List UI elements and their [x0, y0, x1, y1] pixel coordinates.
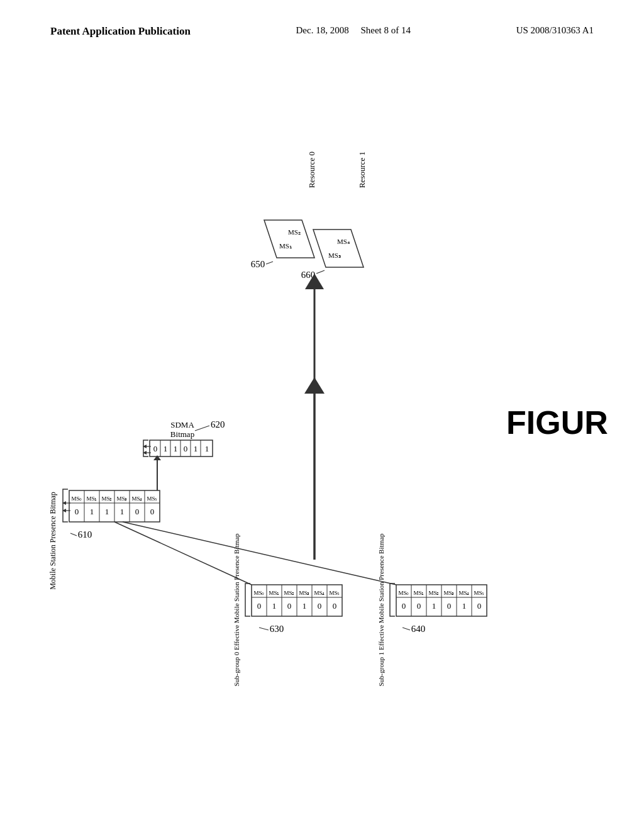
svg-text:0: 0 — [150, 507, 155, 516]
svg-line-84 — [402, 628, 410, 630]
svg-text:1: 1 — [194, 444, 198, 453]
svg-text:MS₄: MS₄ — [458, 590, 469, 596]
bitmap-620-table: 0 1 1 0 1 1 — [150, 440, 213, 456]
svg-text:1: 1 — [462, 601, 467, 611]
svg-text:MS₃: MS₃ — [443, 590, 454, 596]
arrow-610-to-630 — [114, 522, 252, 585]
sdma-bitmap-label2: Bitmap — [170, 429, 194, 439]
figure-label: FIGURE 6 — [506, 404, 610, 441]
svg-text:MS₁: MS₁ — [269, 590, 279, 596]
svg-text:MS₅: MS₅ — [474, 590, 484, 596]
ref-640: 640 — [411, 624, 426, 634]
svg-text:MS₀: MS₀ — [398, 590, 409, 596]
resource-ms3-label: MS₃ — [328, 252, 341, 259]
header-date: Dec. 18, 2008 — [296, 25, 349, 35]
svg-text:1: 1 — [105, 507, 109, 516]
bracket-610 — [63, 489, 68, 522]
resource-0-label: Resource 0 — [307, 152, 316, 188]
resource-box-650 — [264, 220, 314, 258]
bitmap-640-label: Sub-group 1 Effective Mobile Station Pre… — [377, 533, 385, 686]
patent-number: US 2008/310363 A1 — [516, 25, 594, 36]
bracket-640 — [390, 584, 395, 616]
page-header: Patent Application Publication Dec. 18, … — [0, 25, 644, 38]
svg-text:1: 1 — [120, 507, 125, 516]
header-date-sheet: Dec. 18, 2008 Sheet 8 of 14 — [296, 25, 411, 36]
resource-1-label: Resource 1 — [357, 152, 367, 188]
header-sheet: Sheet 8 of 14 — [360, 25, 411, 35]
svg-text:1: 1 — [303, 601, 307, 611]
resource-ms1-label: MS₁ — [279, 242, 292, 250]
svg-line-0 — [266, 262, 273, 264]
svg-text:1: 1 — [205, 444, 209, 453]
svg-text:0: 0 — [75, 507, 79, 516]
svg-text:1: 1 — [164, 444, 168, 453]
svg-text:0: 0 — [184, 444, 188, 453]
ref-620: 620 — [211, 419, 225, 429]
bitmap-630-label: Sub-group 0 Effective Mobile Station Pre… — [233, 533, 240, 686]
svg-text:MS₁: MS₁ — [413, 590, 424, 596]
svg-text:1: 1 — [432, 601, 436, 611]
svg-line-1 — [316, 270, 325, 274]
svg-text:0: 0 — [135, 507, 140, 516]
resource-ms4-label: MS₄ — [337, 238, 350, 245]
bitmap-610-label: Mobile Station Presence Bitmap — [48, 492, 57, 590]
ref-630: 630 — [270, 624, 284, 634]
svg-text:MS₅: MS₅ — [147, 495, 157, 502]
svg-text:MS₁: MS₁ — [86, 495, 97, 502]
svg-text:0: 0 — [153, 444, 158, 453]
svg-text:MS₃: MS₃ — [299, 590, 309, 596]
publication-title: Patent Application Publication — [50, 25, 191, 38]
svg-text:0: 0 — [417, 601, 421, 611]
svg-line-64 — [259, 628, 269, 630]
svg-text:MS₂: MS₂ — [284, 590, 294, 596]
svg-text:0: 0 — [447, 601, 452, 611]
svg-text:0: 0 — [318, 601, 322, 611]
ref-650: 650 — [251, 259, 265, 269]
svg-text:MS₀: MS₀ — [71, 495, 82, 502]
resource-box-660 — [313, 230, 364, 267]
svg-text:MS₀: MS₀ — [253, 590, 264, 596]
svg-text:MS₅: MS₅ — [329, 590, 340, 596]
svg-line-25 — [70, 533, 77, 536]
svg-text:MS₄: MS₄ — [314, 590, 325, 596]
svg-rect-27 — [150, 440, 213, 456]
bitmap-610-table: MS₀ MS₁ MS₂ MS₃ MS₄ MS₅ 0 1 1 1 0 0 — [69, 490, 160, 522]
svg-line-26 — [195, 426, 209, 431]
bitmap-640-group: Sub-group 1 Effective Mobile Station Pre… — [377, 533, 487, 686]
sdma-bitmap-label1: SDMA — [170, 420, 194, 429]
svg-text:0: 0 — [402, 601, 406, 611]
ref-610: 610 — [78, 529, 92, 540]
svg-text:0: 0 — [287, 601, 292, 611]
svg-text:1: 1 — [90, 507, 94, 516]
svg-text:MS₃: MS₃ — [116, 495, 127, 502]
svg-text:MS₂: MS₂ — [101, 495, 112, 502]
svg-text:MS₄: MS₄ — [131, 495, 142, 502]
figure-6-diagram: FIGURE 6 Resource 0 Resource 1 MS₂ MS₁ 6… — [31, 69, 610, 792]
resource-ms2-label: MS₂ — [288, 228, 301, 236]
svg-text:0: 0 — [257, 601, 262, 611]
arrow-610-to-640 — [123, 522, 396, 585]
svg-text:1: 1 — [272, 601, 277, 611]
center-up-arrowhead — [304, 377, 325, 394]
svg-text:1: 1 — [174, 444, 178, 453]
bracket-630 — [245, 584, 250, 616]
svg-text:0: 0 — [333, 601, 337, 611]
svg-text:0: 0 — [477, 601, 482, 611]
bitmap-630-group: Sub-group 0 Effective Mobile Station Pre… — [233, 533, 342, 686]
svg-text:MS₂: MS₂ — [428, 590, 439, 596]
